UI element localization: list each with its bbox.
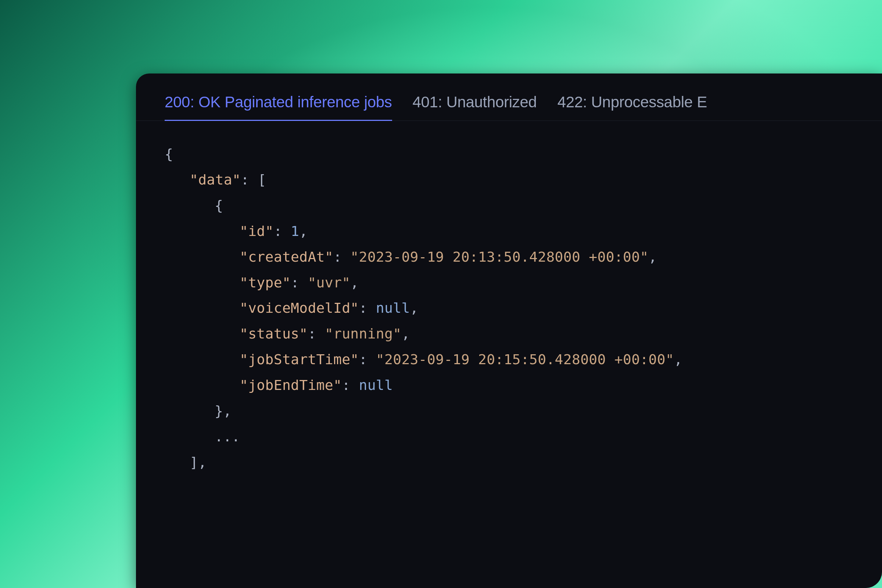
code-token: , xyxy=(410,300,418,316)
code-value-jobendtime: null xyxy=(359,377,393,393)
code-value-id: 1 xyxy=(291,223,299,239)
code-value-jobstarttime: "2023-09-19 20:15:50.428000 +00:00" xyxy=(376,351,674,368)
code-key-createdat: "createdAt" xyxy=(240,249,333,265)
code-key-data: "data" xyxy=(190,172,241,188)
code-key-id: "id" xyxy=(240,223,274,239)
code-token: , xyxy=(350,274,358,291)
code-token: [ xyxy=(258,172,266,188)
code-value-type: "uvr" xyxy=(308,274,350,291)
code-token: { xyxy=(165,146,173,162)
code-key-status: "status" xyxy=(240,326,308,342)
code-value-status: "running" xyxy=(325,326,402,342)
code-token: : xyxy=(333,249,350,265)
code-token: : xyxy=(274,223,291,239)
code-token: : xyxy=(308,326,324,342)
code-key-voicemodelid: "voiceModelId" xyxy=(240,300,359,316)
code-token: : xyxy=(359,300,376,316)
code-token: , xyxy=(401,326,410,342)
code-value-createdat: "2023-09-19 20:13:50.428000 +00:00" xyxy=(350,249,648,265)
tab-401-unauthorized[interactable]: 401: Unauthorized xyxy=(413,87,537,120)
code-key-jobendtime: "jobEndTime" xyxy=(240,377,342,393)
code-token: , xyxy=(674,351,682,368)
code-token: : xyxy=(241,172,258,188)
code-key-jobstarttime: "jobStartTime" xyxy=(240,351,359,368)
code-token: : xyxy=(359,351,376,368)
code-token: { xyxy=(214,197,223,213)
tab-200-ok[interactable]: 200: OK Paginated inference jobs xyxy=(165,87,392,120)
code-token: : xyxy=(291,274,308,291)
code-ellipsis: ... xyxy=(214,429,240,445)
code-token: , xyxy=(299,223,308,239)
code-token: ], xyxy=(190,454,207,470)
code-token: : xyxy=(342,377,358,393)
response-tabs: 200: OK Paginated inference jobs 401: Un… xyxy=(136,74,882,121)
json-response-body: { "data": [ { "id": 1, "createdAt": "202… xyxy=(136,121,882,496)
tab-422-unprocessable[interactable]: 422: Unprocessable E xyxy=(558,87,707,120)
code-value-voicemodelid: null xyxy=(376,300,410,316)
code-token: }, xyxy=(214,403,231,419)
code-key-type: "type" xyxy=(240,274,291,291)
response-panel: 200: OK Paginated inference jobs 401: Un… xyxy=(136,74,882,588)
code-token: , xyxy=(649,249,657,265)
